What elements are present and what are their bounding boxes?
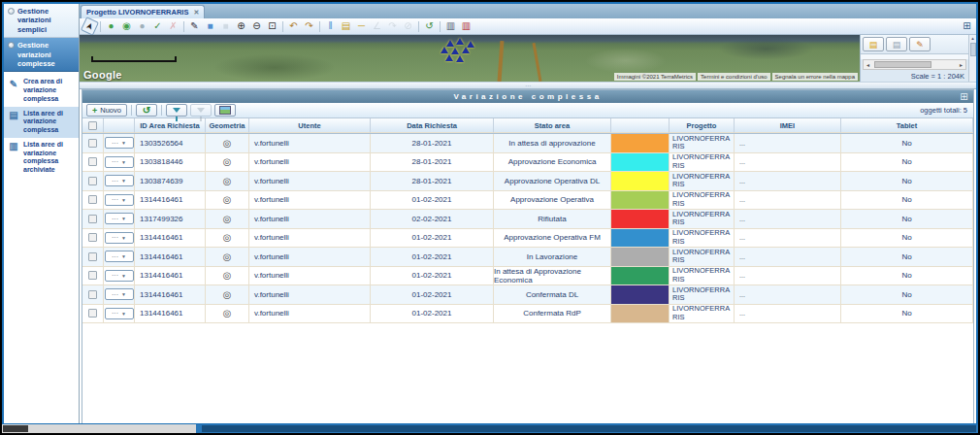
row-actions-dropdown[interactable]: ··· ▼ xyxy=(105,288,134,300)
geometry-target-icon[interactable]: ◎ xyxy=(223,176,232,186)
row-actions-dropdown[interactable]: ··· ▼ xyxy=(105,270,134,282)
map-vertical-scrollbar[interactable]: ▴ xyxy=(968,35,976,82)
geometry-target-icon[interactable]: ◎ xyxy=(223,194,232,205)
panel-expand-icon[interactable]: ⊞ xyxy=(959,91,969,102)
refresh-button[interactable]: ↺ xyxy=(136,104,157,117)
geometry-target-icon[interactable]: ◎ xyxy=(223,138,232,149)
header-stato-area[interactable]: Stato area xyxy=(494,118,611,133)
row-actions-dropdown[interactable]: ··· ▼ xyxy=(105,213,134,224)
page-horizontal-scrollbar[interactable] xyxy=(196,424,978,433)
zoom-in-icon[interactable]: ⊕ xyxy=(234,19,248,33)
geometry-target-icon[interactable]: ◎ xyxy=(223,156,232,167)
row-actions-dropdown[interactable]: ··· ▼ xyxy=(105,194,134,206)
row-checkbox[interactable] xyxy=(88,290,97,299)
row-checkbox[interactable] xyxy=(88,177,97,185)
row-checkbox[interactable] xyxy=(88,271,97,280)
header-data-richiesta[interactable]: Data Richiesta xyxy=(371,118,494,133)
globe-back-icon[interactable]: ◉ xyxy=(119,19,134,33)
table-row[interactable]: ··· ▼ 1314416461 ◎ v.fortunelli 01-02-20… xyxy=(82,229,973,249)
header-tablet[interactable]: Tablet xyxy=(841,118,973,133)
table-row[interactable]: ··· ▼ 1317499326 ◎ v.fortunelli 02-02-20… xyxy=(82,210,973,229)
row-checkbox[interactable] xyxy=(88,139,97,148)
zoom-extent-icon[interactable]: ⊡ xyxy=(265,19,279,33)
refresh-map-icon[interactable]: ↺ xyxy=(422,19,437,33)
geometry-target-icon[interactable]: ◎ xyxy=(223,214,232,224)
map-marker-icon[interactable] xyxy=(456,55,464,62)
map-marker-icon[interactable] xyxy=(441,47,448,53)
header-utente[interactable]: Utente xyxy=(249,118,371,133)
map-marker-icon[interactable] xyxy=(462,47,470,53)
map-attribution-item[interactable]: Termini e condizioni d'uso xyxy=(698,73,770,81)
separator[interactable] xyxy=(319,21,320,32)
separator[interactable] xyxy=(183,21,184,32)
map-table-splitter-handle[interactable]: ⋯ xyxy=(516,84,539,88)
select-extent-icon[interactable]: ■ xyxy=(203,19,217,33)
table-row[interactable]: ··· ▼ 1303526564 ◎ v.fortunelli 28-01-20… xyxy=(82,134,973,153)
print-pdf-icon[interactable]: ▥ xyxy=(459,19,474,33)
row-actions-dropdown[interactable]: ··· ▼ xyxy=(105,137,134,149)
geometry-target-icon[interactable]: ◎ xyxy=(223,308,232,318)
measure-line-icon[interactable]: ─ xyxy=(354,19,369,33)
select-all-checkbox[interactable] xyxy=(88,121,97,130)
geometry-target-icon[interactable]: ◎ xyxy=(223,270,232,281)
accordion-gestione-variazioni-complesse[interactable]: Gestione variazioni complesse xyxy=(4,38,79,72)
map-table-splitter[interactable]: ⋯ xyxy=(80,82,976,89)
table-row[interactable]: ··· ▼ 1314416461 ◎ v.fortunelli 01-02-20… xyxy=(82,285,973,305)
row-actions-dropdown[interactable]: ··· ▼ xyxy=(105,175,134,186)
show-on-map-button[interactable] xyxy=(214,104,236,117)
header-geometria[interactable]: Geometria xyxy=(206,118,249,133)
row-checkbox[interactable] xyxy=(88,195,97,204)
draw-tab-icon[interactable]: ✎ xyxy=(909,37,931,51)
table-row[interactable]: ··· ▼ 1314416461 ◎ v.fortunelli 01-02-20… xyxy=(82,305,973,324)
header-progetto[interactable]: Progetto xyxy=(670,118,735,133)
header-id-area-richiesta[interactable]: ID Area Richiesta xyxy=(135,118,206,133)
edit-geometry-icon[interactable]: ✓ xyxy=(150,19,165,33)
scrollbar-thumb[interactable] xyxy=(3,425,28,432)
layers-visible-tab-icon[interactable]: ▤ xyxy=(863,37,884,51)
scrollbar-thumb[interactable] xyxy=(874,61,931,68)
table-row[interactable]: ··· ▼ 1303818446 ◎ v.fortunelli 28-01-20… xyxy=(82,153,973,173)
row-checkbox[interactable] xyxy=(88,252,97,261)
map-viewport[interactable]: Google Immagini ©2021 TerraMetricsTermin… xyxy=(80,35,860,82)
geometry-target-icon[interactable]: ◎ xyxy=(223,289,232,300)
sidebar-item-lista-aree-archiviate[interactable]: ▥ Lista aree di variazione complessa arc… xyxy=(4,138,79,178)
sidebar-horizontal-scrollbar[interactable] xyxy=(2,424,196,433)
header-imei[interactable]: IMEI xyxy=(735,118,841,133)
separator[interactable] xyxy=(282,21,283,32)
header-select-all[interactable] xyxy=(82,118,104,133)
scrollbar-thumb[interactable] xyxy=(202,425,976,432)
table-row[interactable]: ··· ▼ 1314416461 ◎ v.fortunelli 01-02-20… xyxy=(82,267,973,286)
map-marker-icon[interactable] xyxy=(446,40,454,47)
erase-icon[interactable]: ⊘ xyxy=(401,19,415,33)
row-checkbox[interactable] xyxy=(88,215,97,223)
map-marker-icon[interactable] xyxy=(445,54,453,61)
layers-folder-icon[interactable]: ▤ xyxy=(339,19,353,33)
redo-gray-icon[interactable]: ↷ xyxy=(385,19,400,33)
zoom-out-icon[interactable]: ⊖ xyxy=(249,19,264,33)
delete-geometry-icon[interactable]: ✗ xyxy=(166,19,180,33)
separator[interactable] xyxy=(418,21,419,32)
row-checkbox[interactable] xyxy=(88,157,97,166)
table-row[interactable]: ··· ▼ 1314416461 ◎ v.fortunelli 01-02-20… xyxy=(82,248,973,267)
row-actions-dropdown[interactable]: ··· ▼ xyxy=(105,156,134,168)
zoom-next-icon[interactable]: ↷ xyxy=(302,19,316,33)
scrollbar-thumb[interactable] xyxy=(970,43,976,56)
scroll-left-icon[interactable]: ◂ xyxy=(864,61,872,68)
pan-globe-icon[interactable]: ● xyxy=(104,19,118,33)
map-attribution-item[interactable]: Segnala un errore nella mappa xyxy=(772,73,858,81)
accordion-gestione-variazioni-semplici[interactable]: Gestione variazioni semplici xyxy=(4,4,79,38)
filter-button[interactable] xyxy=(166,104,187,117)
info-pause-icon[interactable]: ‖ xyxy=(323,19,338,33)
map-horizontal-scrollbar[interactable]: ◂ ▸ xyxy=(863,59,966,70)
table-row[interactable]: ··· ▼ 1303874639 ◎ v.fortunelli 28-01-20… xyxy=(82,172,973,191)
scroll-right-icon[interactable]: ▸ xyxy=(957,61,965,68)
map-marker-icon[interactable] xyxy=(451,48,459,54)
geometry-target-icon[interactable]: ◎ xyxy=(223,251,232,262)
bottom-scrollbar[interactable] xyxy=(2,424,978,433)
layers-all-tab-icon[interactable]: ▤ xyxy=(886,37,907,51)
row-checkbox[interactable] xyxy=(88,233,97,242)
separator[interactable] xyxy=(440,21,441,32)
sidebar-item-lista-aree[interactable]: ▤ Lista aree di variazione complessa xyxy=(4,107,79,138)
separator[interactable] xyxy=(100,21,101,32)
select-cursor-icon[interactable]: ➤ xyxy=(81,17,99,36)
